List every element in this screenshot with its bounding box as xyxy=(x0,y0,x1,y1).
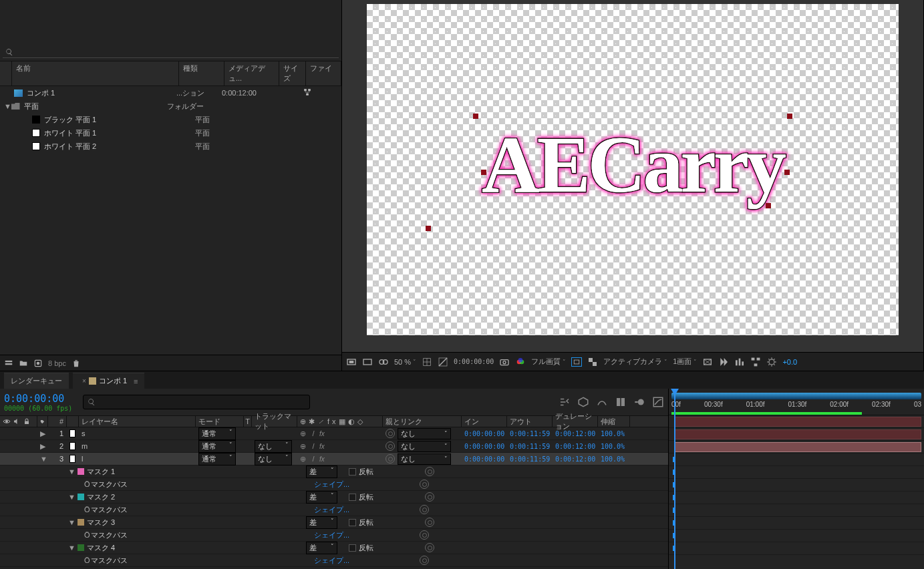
mask-invert-checkbox[interactable] xyxy=(349,494,356,501)
mask-row[interactable]: ▼マスク 4 差˅ 反転 xyxy=(0,542,668,554)
layer-out[interactable]: 0:00:11:59 xyxy=(507,455,553,463)
mask-color-swatch[interactable] xyxy=(78,544,84,551)
mask-path-row[interactable]: Ö マスクパス シェイプ... xyxy=(0,478,668,491)
project-row-solid[interactable]: ブラック 平面 1 平面 xyxy=(0,113,341,126)
stopwatch-icon[interactable]: Ö xyxy=(84,556,91,564)
pickwhip-icon[interactable] xyxy=(425,543,434,552)
pickwhip-icon[interactable] xyxy=(425,467,434,476)
project-row-solid[interactable]: ホワイト 平面 2 平面 xyxy=(0,140,341,153)
layer-stretch[interactable]: 100.0% xyxy=(598,455,630,463)
col-kind[interactable]: 種類 xyxy=(179,61,224,85)
transparency-grid-icon[interactable] xyxy=(587,357,598,367)
mask-visibility-icon[interactable] xyxy=(378,357,389,367)
hide-shy-icon[interactable] xyxy=(596,396,608,408)
selection-handle[interactable] xyxy=(784,170,790,175)
mask-color-swatch[interactable] xyxy=(78,519,84,526)
selection-handle[interactable] xyxy=(766,203,771,208)
layer-name[interactable]: m xyxy=(79,442,196,450)
viewer-canvas[interactable]: AECarry xyxy=(365,3,900,337)
parent-select[interactable]: なし˅ xyxy=(398,428,451,439)
col-parent[interactable]: 親とリンク xyxy=(383,416,462,427)
camera-select[interactable]: アクティブカメラ˅ xyxy=(603,357,667,367)
mask-invert-checkbox[interactable] xyxy=(349,468,356,476)
new-folder-icon[interactable] xyxy=(19,359,28,368)
mask-name[interactable]: マスク 1 xyxy=(87,467,115,477)
layer-out[interactable]: 0:00:11:59 xyxy=(507,430,553,437)
mask-row[interactable]: ▼マスク 3 差˅ 反転 xyxy=(0,516,668,529)
views-select[interactable]: 1画面˅ xyxy=(673,357,697,367)
channel-icon[interactable] xyxy=(515,357,526,367)
layer-bar[interactable] xyxy=(674,429,921,439)
flowchart-icon[interactable] xyxy=(303,88,311,96)
track-matte-select[interactable]: なし˅ xyxy=(255,453,292,465)
layer-in[interactable]: 0:00:00:00 xyxy=(462,443,507,450)
mask-color-swatch[interactable] xyxy=(78,494,84,500)
track-row[interactable] xyxy=(669,428,924,441)
mask-row[interactable]: ▼マスク 1 差˅ 反転 xyxy=(0,465,668,478)
mask-mode-select[interactable]: 差˅ xyxy=(306,465,337,478)
timeline-track-area[interactable]: 00f00:30f01:00f01:30f02:00f02:30f03 xyxy=(668,389,924,569)
panel-menu-icon[interactable]: ≡ xyxy=(134,377,138,385)
layer-duration[interactable]: 0:00:12:00 xyxy=(553,455,598,463)
mask-color-swatch[interactable] xyxy=(78,468,84,475)
text-layer[interactable]: AECarry xyxy=(482,119,784,211)
layer-bar[interactable] xyxy=(674,417,921,427)
pixel-aspect-icon[interactable] xyxy=(702,357,713,367)
motion-blur-icon[interactable] xyxy=(633,396,645,408)
track-row[interactable] xyxy=(669,504,924,517)
twirl-icon[interactable]: ▶ xyxy=(40,429,45,438)
col-media-dur[interactable]: メディアデュ... xyxy=(224,61,279,85)
blend-mode-select[interactable]: 通常˅ xyxy=(198,427,236,440)
layer-row[interactable]: ▼ 3 l 通常˅ なし˅ ⊕/fx なし˅ 0:00:00:00 0:00:1… xyxy=(0,453,668,465)
work-area-bar[interactable] xyxy=(671,412,862,415)
timeline-icon[interactable] xyxy=(734,357,745,367)
exposure-reset-icon[interactable] xyxy=(766,357,777,367)
frame-blend-icon[interactable] xyxy=(615,396,627,408)
pickwhip-icon[interactable] xyxy=(425,518,434,527)
col-duration[interactable]: デュレーション xyxy=(553,416,598,427)
col-name[interactable]: 名前 xyxy=(12,61,179,85)
mask-path-row[interactable]: Ö マスクパス シェイプ... xyxy=(0,554,668,567)
twirl-icon[interactable]: ▼ xyxy=(40,455,47,463)
twirl-icon[interactable]: ▼ xyxy=(68,544,75,552)
mask-shape-link[interactable]: シェイプ... xyxy=(314,480,349,490)
label-col-icon[interactable] xyxy=(40,418,45,425)
col-file[interactable]: ファイ xyxy=(306,61,341,85)
graph-editor-icon[interactable] xyxy=(652,396,664,408)
roi-icon[interactable] xyxy=(571,357,582,367)
safe-zones-icon[interactable] xyxy=(422,357,432,367)
layer-stretch[interactable]: 100.0% xyxy=(598,443,630,450)
pickwhip-icon[interactable] xyxy=(386,454,395,463)
layer-stretch[interactable]: 100.0% xyxy=(598,430,630,437)
draft3d-icon[interactable] xyxy=(577,396,589,408)
playhead[interactable] xyxy=(674,390,675,569)
track-row[interactable] xyxy=(669,542,924,555)
tab-render-queue[interactable]: レンダーキュー xyxy=(4,373,69,389)
time-ruler[interactable]: 00f00:30f01:00f01:30f02:00f02:30f03 xyxy=(669,389,924,415)
blend-mode-select[interactable]: 通常˅ xyxy=(198,453,236,465)
mask-mode-select[interactable]: 差˅ xyxy=(306,516,337,529)
parent-select[interactable]: なし˅ xyxy=(398,453,451,465)
mask-name[interactable]: マスク 2 xyxy=(87,492,115,502)
layer-row[interactable]: ▶ 1 s 通常˅ ⊕/fx なし˅ 0:00:00:00 0:00:11:59… xyxy=(0,427,668,440)
tab-comp[interactable]: × コンポ 1 ≡ xyxy=(73,373,144,389)
mask-invert-checkbox[interactable] xyxy=(349,544,356,552)
layer-switches[interactable]: ⊕/fx xyxy=(297,429,383,438)
bpc-label[interactable]: 8 bpc xyxy=(48,359,66,367)
selection-handle[interactable] xyxy=(481,170,486,175)
timeline-search[interactable] xyxy=(83,395,310,409)
mask-path-row[interactable]: Ö マスクパス シェイプ... xyxy=(0,529,668,542)
mask-name[interactable]: マスク 3 xyxy=(87,518,115,528)
current-time[interactable]: 0:00:00:00 xyxy=(4,393,72,405)
twirl-icon[interactable]: ▼ xyxy=(68,518,75,526)
layer-in[interactable]: 0:00:00:00 xyxy=(462,455,507,463)
project-row-folder[interactable]: ▼平面 フォルダー xyxy=(0,100,341,113)
col-mode[interactable]: モード xyxy=(196,416,244,427)
track-matte-select[interactable]: なし˅ xyxy=(255,440,292,453)
comp-flowchart-icon[interactable] xyxy=(750,357,761,367)
mask-path-row[interactable]: Ö マスクパス シェイプ... xyxy=(0,504,668,516)
pickwhip-icon[interactable] xyxy=(420,480,429,489)
col-out[interactable]: アウト xyxy=(507,416,553,427)
viewer-timecode[interactable]: 0:00:00:00 xyxy=(454,358,494,365)
layer-in[interactable]: 0:00:00:00 xyxy=(462,430,507,437)
